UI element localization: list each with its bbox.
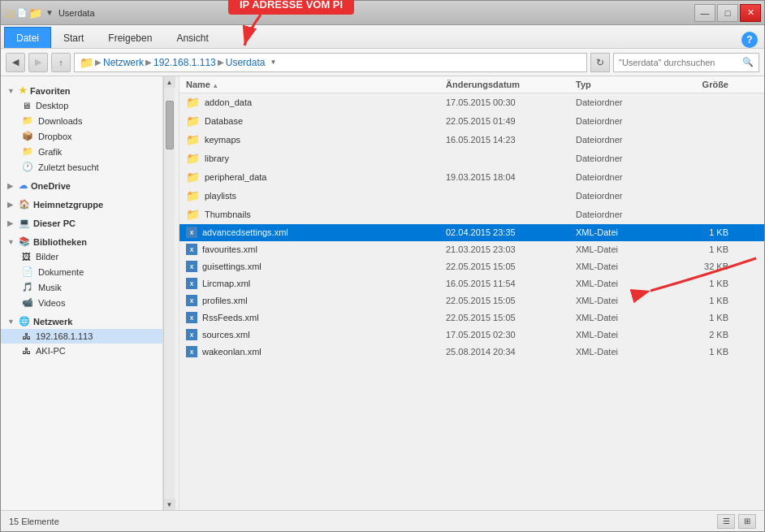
file-type: XML-Datei: [576, 244, 673, 254]
dropbox-label: Dropbox: [38, 132, 72, 141]
breadcrumb-ip[interactable]: 192.168.1.113: [153, 57, 216, 68]
breadcrumb-dropdown[interactable]: ▼: [266, 56, 279, 69]
help-button[interactable]: ?: [741, 32, 758, 48]
view-details-button[interactable]: ☰: [717, 514, 735, 529]
sidebar-item-ip[interactable]: 🖧 192.168.1.113: [1, 329, 162, 344]
table-row[interactable]: 📁 addon_data 17.05.2015 00:30 Dateiordne…: [179, 93, 764, 112]
scroll-up-arrow[interactable]: ▲: [164, 76, 175, 88]
desktop-icon: 🖥: [22, 101, 31, 110]
sidebar-item-bilder[interactable]: 🖼 Bilder: [1, 249, 162, 264]
tab-ansicht[interactable]: Ansicht: [164, 27, 220, 48]
table-row[interactable]: 📁 playlists Dateiordner: [179, 187, 764, 205]
ribbon: Datei Start Freigeben Ansicht ?: [1, 25, 764, 49]
tab-start[interactable]: Start: [51, 27, 96, 48]
file-name-cell: X favourites.xml: [186, 244, 446, 255]
netzwerk-icon: 🌐: [19, 316, 30, 327]
sidebar-item-dokumente[interactable]: 📄 Dokumente: [1, 264, 162, 279]
sidebar-scrollbar[interactable]: ▲ ▼: [163, 76, 175, 510]
star-icon: ★: [19, 85, 27, 96]
sidebar-header-netzwerk[interactable]: ▼ 🌐 Netzwerk: [1, 314, 162, 329]
file-type: XML-Datei: [576, 313, 673, 322]
sidebar-item-desktop[interactable]: 🖥 Desktop: [1, 98, 162, 113]
minimize-button[interactable]: —: [694, 4, 715, 22]
sidebar-section-favoriten: ▼ ★ Favoriten 🖥 Desktop 📁 Downloads 📦: [1, 83, 162, 175]
table-row[interactable]: X Lircmap.xml 16.05.2015 11:54 XML-Datei…: [179, 275, 764, 292]
bilder-icon: 🖼: [22, 252, 31, 262]
table-row[interactable]: 📁 library Dateiordner: [179, 149, 764, 168]
sidebar-header-bibliotheken[interactable]: ▼ 📚 Bibliotheken: [1, 234, 162, 249]
dropdown-arrow-title[interactable]: ▼: [45, 8, 54, 17]
folder-icon: 📁: [186, 152, 200, 165]
table-row[interactable]: X sources.xml 17.05.2015 02:30 XML-Datei…: [179, 327, 764, 344]
scroll-down-arrow[interactable]: ▼: [164, 499, 175, 510]
xml-icon: X: [186, 295, 197, 306]
table-row[interactable]: 📁 keymaps 16.05.2015 14:23 Dateiordner: [179, 131, 764, 149]
file-date: 16.05.2015 14:23: [446, 135, 576, 145]
sidebar-item-recent[interactable]: 🕐 Zuletzt besucht: [1, 159, 162, 175]
back-button[interactable]: ◀: [6, 53, 25, 72]
file-name: playlists: [205, 191, 236, 201]
sidebar-item-akipc[interactable]: 🖧 AKI-PC: [1, 344, 162, 358]
file-date: 22.05.2015 15:05: [446, 262, 576, 271]
sidebar-item-grafik[interactable]: 📁 Grafik: [1, 144, 162, 159]
view-large-button[interactable]: ⊞: [738, 514, 756, 529]
file-name-cell: 📁 Thumbnails: [186, 208, 446, 221]
tab-freigeben[interactable]: Freigeben: [96, 27, 164, 48]
sidebar-header-favoriten[interactable]: ▼ ★ Favoriten: [1, 83, 162, 98]
downloads-icon: 📁: [22, 115, 33, 126]
sidebar-item-downloads[interactable]: 📁 Downloads: [1, 113, 162, 128]
maximize-button[interactable]: □: [717, 4, 738, 22]
search-icon[interactable]: 🔍: [742, 57, 754, 67]
file-name-cell: X Lircmap.xml: [186, 278, 446, 289]
file-type: XML-Datei: [576, 330, 673, 340]
sidebar-header-pc[interactable]: ▶ 💻 Dieser PC: [1, 215, 162, 231]
titlebar-icons: 🗂 📄 📁 ▼: [4, 6, 54, 19]
file-header: Name Änderungsdatum Typ Größe: [179, 76, 764, 93]
file-name-cell: X advancedsettings.xml: [186, 227, 446, 238]
forward-button[interactable]: ▶: [28, 53, 48, 72]
file-type: XML-Datei: [576, 347, 673, 357]
table-row[interactable]: X RssFeeds.xml 22.05.2015 15:05 XML-Date…: [179, 309, 764, 327]
file-name-cell: 📁 Database: [186, 115, 446, 128]
table-row[interactable]: 📁 peripheral_data 19.03.2015 18:04 Datei…: [179, 168, 764, 187]
table-row[interactable]: X favourites.xml 21.03.2015 23:03 XML-Da…: [179, 241, 764, 258]
collapse-icon-favoriten: ▼: [7, 87, 15, 95]
file-date: 25.08.2014 20:34: [446, 347, 576, 357]
xml-icon: X: [186, 329, 197, 340]
file-name-cell: X sources.xml: [186, 329, 446, 340]
file-name: guisettings.xml: [202, 262, 261, 271]
refresh-button[interactable]: ↻: [590, 53, 610, 72]
onedrive-label: OneDrive: [31, 181, 71, 191]
close-button[interactable]: ✕: [740, 4, 761, 22]
folder-icon: 📁: [186, 189, 200, 202]
table-row[interactable]: X profiles.xml 22.05.2015 15:05 XML-Date…: [179, 292, 764, 309]
up-button[interactable]: ↑: [51, 53, 71, 72]
dokumente-icon: 📄: [22, 266, 33, 277]
table-row[interactable]: 📁 Database 22.05.2015 01:49 Dateiordner: [179, 112, 764, 131]
breadcrumb-userdata[interactable]: Userdata: [226, 57, 266, 68]
sidebar-item-musik[interactable]: 🎵 Musik: [1, 279, 162, 295]
tab-datei[interactable]: Datei: [4, 27, 51, 48]
col-header-name[interactable]: Name: [186, 80, 446, 89]
file-date: 21.03.2015 23:03: [446, 244, 576, 254]
breadcrumb-netzwerk[interactable]: Netzwerk: [103, 57, 144, 68]
file-name: wakeonlan.xml: [202, 347, 261, 357]
table-row[interactable]: X advancedsettings.xml 02.04.2015 23:35 …: [179, 224, 764, 241]
sidebar-header-heimnetz[interactable]: ▶ 🏠 Heimnetzgruppe: [1, 197, 162, 212]
table-row[interactable]: X wakeonlan.xml 25.08.2014 20:34 XML-Dat…: [179, 344, 764, 361]
sidebar-section-pc: ▶ 💻 Dieser PC: [1, 215, 162, 231]
table-row[interactable]: X guisettings.xml 22.05.2015 15:05 XML-D…: [179, 258, 764, 275]
file-type: Dateiordner: [576, 135, 673, 145]
view-controls: ☰ ⊞: [717, 514, 756, 529]
scroll-thumb[interactable]: [166, 101, 174, 149]
sidebar-item-dropbox[interactable]: 📦 Dropbox: [1, 128, 162, 144]
file-date: 02.04.2015 23:35: [446, 227, 576, 237]
file-name: Thumbnails: [205, 210, 251, 219]
table-row[interactable]: 📁 Thumbnails Dateiordner: [179, 205, 764, 224]
file-name-cell: 📁 keymaps: [186, 133, 446, 146]
sidebar-section-bibliotheken: ▼ 📚 Bibliotheken 🖼 Bilder 📄 Dokumente 🎵: [1, 234, 162, 310]
search-input[interactable]: [619, 58, 739, 67]
ribbon-container: Datei Start Freigeben Ansicht ? IP ADRES…: [1, 25, 764, 49]
sidebar-header-onedrive[interactable]: ▶ ☁ OneDrive: [1, 178, 162, 193]
sidebar-item-videos[interactable]: 📹 Videos: [1, 295, 162, 310]
